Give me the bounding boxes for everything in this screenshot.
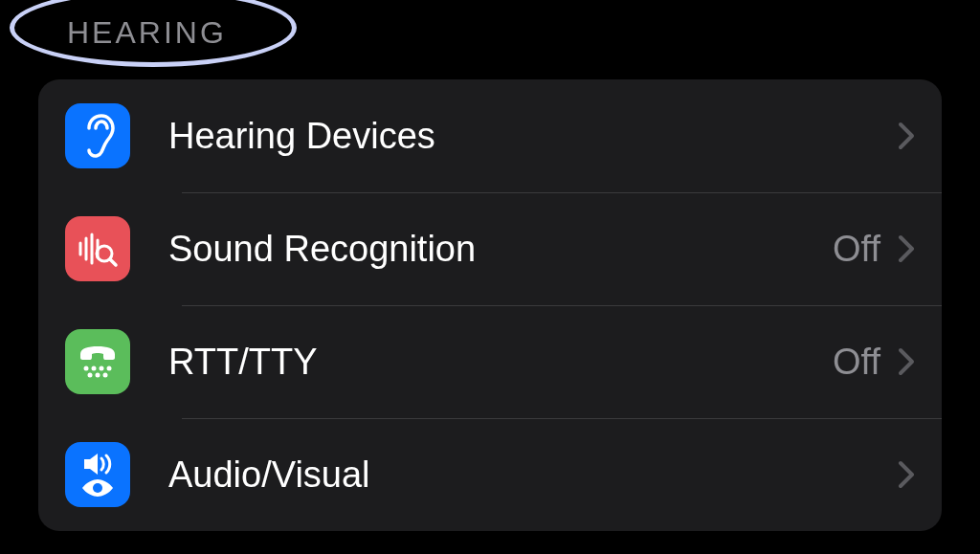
svg-point-9 — [107, 366, 112, 371]
svg-point-11 — [96, 373, 100, 378]
svg-point-8 — [100, 366, 104, 371]
section-header: HEARING — [0, 0, 980, 64]
row-value: Off — [833, 229, 880, 270]
row-label: Hearing Devices — [168, 116, 898, 157]
row-rtt-tty[interactable]: RTT/TTY Off — [38, 305, 942, 418]
row-label: Audio/Visual — [168, 454, 898, 496]
ear-icon — [65, 103, 130, 168]
sound-search-icon — [65, 216, 130, 281]
chevron-right-icon — [898, 347, 915, 376]
svg-point-7 — [92, 366, 97, 371]
svg-point-13 — [93, 483, 102, 493]
tty-icon — [65, 329, 130, 394]
section-header-label: HEARING — [67, 15, 227, 50]
chevron-right-icon — [898, 460, 915, 489]
row-audio-visual[interactable]: Audio/Visual — [38, 418, 942, 531]
chevron-right-icon — [898, 234, 915, 263]
svg-point-10 — [88, 373, 93, 378]
row-value: Off — [833, 342, 880, 383]
settings-panel: Hearing Devices Sound Recognition Off — [38, 79, 942, 531]
speaker-eye-icon — [65, 442, 130, 507]
row-label: Sound Recognition — [168, 229, 833, 270]
svg-line-5 — [110, 259, 116, 265]
svg-point-6 — [84, 366, 89, 371]
row-hearing-devices[interactable]: Hearing Devices — [38, 79, 942, 192]
chevron-right-icon — [898, 122, 915, 150]
row-label: RTT/TTY — [168, 342, 833, 383]
svg-point-12 — [103, 373, 108, 378]
row-sound-recognition[interactable]: Sound Recognition Off — [38, 192, 942, 305]
